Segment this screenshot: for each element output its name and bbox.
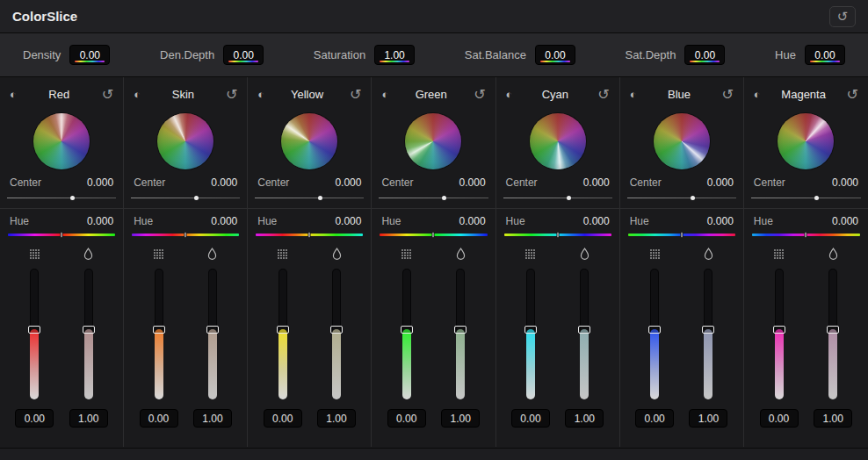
- density-slider-handle[interactable]: [153, 326, 165, 334]
- density-slider[interactable]: [650, 269, 659, 399]
- density-value-box[interactable]: 0.00: [635, 409, 674, 428]
- density-slider-handle[interactable]: [401, 326, 413, 334]
- hue-strip-handle[interactable]: [556, 232, 559, 238]
- den-depth-value-box[interactable]: 0.00: [223, 45, 264, 65]
- saturation-slider[interactable]: [84, 269, 93, 399]
- blend-toggle-icon[interactable]: ◐: [381, 88, 388, 101]
- center-value[interactable]: 0.000: [211, 176, 237, 189]
- hue-strip[interactable]: [752, 234, 860, 236]
- density-slider-handle[interactable]: [773, 326, 785, 334]
- center-slider-handle[interactable]: [70, 196, 75, 200]
- density-value-box[interactable]: 0.00: [387, 409, 426, 428]
- density-value-box[interactable]: 0.00: [140, 409, 178, 428]
- saturation-value-box[interactable]: 1.00: [689, 409, 727, 428]
- center-value[interactable]: 0.000: [87, 176, 113, 189]
- hue-value-box[interactable]: 0.00: [805, 45, 845, 65]
- hue-wheel[interactable]: [281, 113, 337, 169]
- reset-icon[interactable]: ↺: [102, 86, 113, 103]
- hue-value[interactable]: 0.000: [707, 215, 734, 227]
- blend-toggle-icon[interactable]: ◐: [134, 88, 141, 101]
- hue-value[interactable]: 0.000: [87, 215, 113, 227]
- saturation-slider-handle[interactable]: [454, 326, 467, 334]
- density-slider-handle[interactable]: [648, 326, 661, 334]
- saturation-slider[interactable]: [332, 269, 341, 399]
- hue-wheel[interactable]: [33, 113, 90, 169]
- saturation-slider[interactable]: [704, 269, 712, 399]
- center-slider-handle[interactable]: [442, 196, 446, 200]
- density-value-box[interactable]: 0.00: [15, 409, 54, 428]
- blend-toggle-icon[interactable]: ◐: [754, 88, 761, 101]
- center-slider[interactable]: [131, 192, 240, 204]
- hue-strip[interactable]: [504, 234, 611, 236]
- saturation-slider[interactable]: [580, 269, 589, 399]
- hue-strip[interactable]: [132, 234, 239, 236]
- saturation-slider-handle[interactable]: [206, 326, 219, 334]
- center-value[interactable]: 0.000: [335, 176, 361, 189]
- density-value-box[interactable]: 0.00: [264, 409, 302, 428]
- hue-value[interactable]: 0.000: [832, 215, 858, 227]
- hue-strip[interactable]: [628, 234, 735, 236]
- hue-strip-handle[interactable]: [432, 232, 435, 238]
- center-slider-handle[interactable]: [567, 196, 571, 200]
- reset-icon[interactable]: ↺: [474, 86, 485, 103]
- density-value-box[interactable]: 0.00: [511, 409, 550, 428]
- saturation-slider-handle[interactable]: [578, 326, 590, 334]
- saturation-slider-handle[interactable]: [330, 326, 343, 334]
- density-slider-handle[interactable]: [28, 326, 40, 334]
- center-slider[interactable]: [7, 192, 116, 204]
- saturation-slider-handle[interactable]: [83, 326, 95, 334]
- hue-strip-handle[interactable]: [308, 232, 311, 238]
- reset-icon[interactable]: ↺: [721, 86, 733, 103]
- density-slider-handle[interactable]: [524, 326, 537, 334]
- center-slider[interactable]: [751, 192, 861, 204]
- saturation-value-box[interactable]: 1.00: [317, 409, 356, 428]
- blend-toggle-icon[interactable]: ◐: [506, 88, 513, 101]
- saturation-slider[interactable]: [208, 269, 217, 399]
- hue-strip[interactable]: [256, 234, 363, 236]
- center-slider[interactable]: [503, 192, 612, 204]
- density-value-box[interactable]: 0.00: [760, 409, 799, 428]
- hue-value[interactable]: 0.000: [211, 215, 237, 227]
- saturation-slider-handle[interactable]: [702, 326, 714, 334]
- density-slider[interactable]: [30, 269, 39, 399]
- center-slider[interactable]: [379, 192, 488, 204]
- hue-strip-handle[interactable]: [184, 232, 187, 238]
- center-value[interactable]: 0.000: [459, 176, 486, 189]
- saturation-value-box[interactable]: 1.00: [69, 409, 108, 428]
- saturation-value-box[interactable]: 1.00: [814, 409, 852, 428]
- hue-strip[interactable]: [8, 234, 115, 236]
- reset-icon[interactable]: ↺: [350, 86, 361, 103]
- hue-wheel[interactable]: [157, 113, 213, 169]
- hue-strip-handle[interactable]: [61, 232, 63, 238]
- density-slider[interactable]: [402, 269, 411, 399]
- blend-toggle-icon[interactable]: ◐: [257, 88, 264, 101]
- density-slider[interactable]: [526, 269, 535, 399]
- density-slider-handle[interactable]: [277, 326, 289, 334]
- center-slider[interactable]: [627, 192, 736, 204]
- center-slider-handle[interactable]: [691, 196, 695, 200]
- saturation-value-box[interactable]: 1.00: [193, 409, 232, 428]
- reset-icon[interactable]: ↺: [847, 86, 858, 103]
- hue-value[interactable]: 0.000: [459, 215, 486, 227]
- density-slider[interactable]: [278, 269, 287, 399]
- sat-depth-value-box[interactable]: 0.00: [684, 45, 725, 65]
- hue-wheel[interactable]: [405, 113, 461, 169]
- center-slider-handle[interactable]: [814, 196, 819, 200]
- center-slider-handle[interactable]: [318, 196, 322, 200]
- hue-strip-handle[interactable]: [680, 232, 683, 238]
- saturation-value-box[interactable]: 1.00: [374, 45, 415, 65]
- blend-toggle-icon[interactable]: ◐: [630, 88, 637, 101]
- saturation-value-box[interactable]: 1.00: [441, 409, 480, 428]
- saturation-value-box[interactable]: 1.00: [565, 409, 604, 428]
- saturation-slider-handle[interactable]: [827, 326, 839, 334]
- center-value[interactable]: 0.000: [707, 176, 734, 189]
- hue-value[interactable]: 0.000: [335, 215, 361, 227]
- history-reset-button[interactable]: ↺: [829, 6, 856, 27]
- reset-icon[interactable]: ↺: [226, 86, 237, 103]
- center-value[interactable]: 0.000: [583, 176, 610, 189]
- center-slider[interactable]: [255, 192, 364, 204]
- hue-strip-handle[interactable]: [805, 232, 807, 238]
- density-slider[interactable]: [775, 269, 784, 399]
- density-slider[interactable]: [155, 269, 163, 399]
- hue-value[interactable]: 0.000: [583, 215, 610, 227]
